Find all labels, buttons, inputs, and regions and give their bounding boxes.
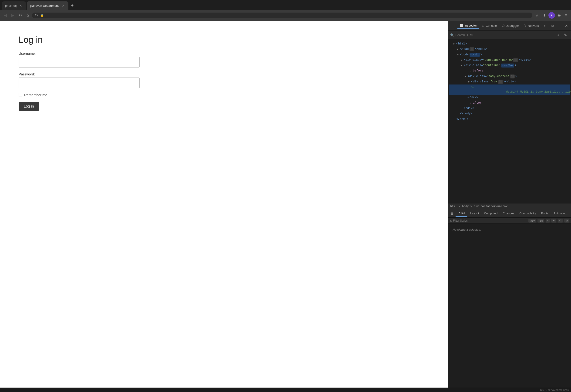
tab-animations[interactable]: Animatio… [551,210,570,217]
password-input[interactable] [19,77,140,88]
tree-head[interactable]: ▶ <head ⬛ </head> [449,46,570,52]
cls-button[interactable]: .cls [538,219,544,222]
tree-close-body[interactable]: </body> [449,111,570,116]
tree-html[interactable]: ▶ <html> [449,41,570,46]
tree-toggle[interactable]: ▼ [465,74,468,78]
tab-layout[interactable]: Layout [468,210,481,217]
tree-close-html[interactable]: </html> [449,117,570,122]
dark-theme-button[interactable]: ☾ [558,218,563,222]
address-bar-wrap: 🛡 🔒 10.10.10.43/department/login.php [32,13,532,18]
page-inner: Log in Username: Password: Remember me L… [0,21,448,388]
tab-phpinfo[interactable]: phpinfo() ✕ [2,1,26,10]
username-label: Username: [19,51,429,55]
inspector-icon: ⬜ [459,24,463,27]
remember-checkbox[interactable] [19,93,22,97]
tree-close-div2[interactable]: </div> [449,106,570,111]
network-tab[interactable]: ⇅ Network [522,23,541,29]
style-tabs: ⊞ Rules Layout Computed Changes Compatib… [448,209,571,218]
tab-compatibility[interactable]: Compatibility [517,210,538,217]
tree-div-container-narrow[interactable]: ▶ <div class="container-narrow ⬛ ></div> [449,58,570,63]
tab-fonts[interactable]: Fonts [539,210,551,217]
tab-nineveh-label: [Nineveh Department] [30,4,59,7]
back-button[interactable]: ◀ [2,12,8,18]
shield-icon: 🛡 [35,14,38,17]
devtools-toolbar: ⬚ ⬜ Inspector ⊡ Console ⬡ Debugger ⇅ Net… [448,21,571,31]
devtools-search: 🔍 + ✎ [448,31,571,39]
main-area: Log in Username: Password: Remember me L… [0,21,571,388]
add-style-button[interactable]: + [546,219,550,222]
add-node-button[interactable]: + [556,32,561,38]
reload-button[interactable]: ↻ [17,12,24,18]
username-input[interactable] [19,57,140,68]
responsive-button[interactable]: ⧉ [550,23,556,29]
filter-icon: ⧖ [450,219,452,222]
search-icon: 🔍 [450,33,454,37]
tab-changes[interactable]: Changes [500,210,516,217]
tree-toggle[interactable]: ▼ [461,64,464,68]
light-theme-button[interactable]: ☀ [551,218,556,222]
tree-before[interactable]: ::before [449,68,570,73]
debugger-icon: ⬡ [502,24,504,28]
console-icon: ⊡ [482,24,485,28]
status-text: CSDN @XavierDarkness [540,389,569,391]
network-icon: ⇅ [524,24,527,28]
download-button[interactable]: ⬇ [541,12,547,18]
tree-toggle[interactable]: ▼ [457,53,460,57]
debugger-label: Debugger [506,24,519,28]
inspector-label: Inspector [464,24,477,27]
debugger-tab[interactable]: ⬡ Debugger [500,23,521,29]
devtools-breadcrumb: html > body > div.container-narrow [448,203,571,209]
hov-button[interactable]: :hov [528,219,536,222]
tree-div-container[interactable]: ▼ <div class="container overflow > [449,63,570,68]
html-search-input[interactable] [455,33,554,37]
home-button[interactable]: ⌂ [25,12,30,18]
nav-bar: ◀ ▶ ↻ ⌂ 🛡 🔒 10.10.10.43/department/login… [0,10,571,21]
tree-toggle[interactable]: ▶ [468,80,471,84]
pick-node-button[interactable]: ✎ [562,32,569,38]
login-title: Log in [19,35,429,45]
tree-toggle[interactable]: ▶ [457,47,460,51]
tab-phpinfo-close[interactable]: ✕ [19,4,23,7]
devtools-panel: ⬚ ⬜ Inspector ⊡ Console ⬡ Debugger ⇅ Net… [448,21,571,388]
style-pane: No element selected. [448,224,571,388]
login-button[interactable]: Log in [19,102,39,111]
tree-body[interactable]: ▼ <body scroll > [449,52,570,58]
tab-nineveh[interactable]: [Nineveh Department] ✕ [27,1,68,10]
remember-wrap: Remember me [19,93,429,97]
add-tab-button[interactable]: + [69,2,76,9]
address-input[interactable]: 10.10.10.43/department/login.php [46,14,529,17]
devtools-close-button[interactable]: ✕ [563,23,570,29]
menu-button[interactable]: ≡ [563,12,569,18]
more-tools-button[interactable]: » [542,23,548,29]
tree-after[interactable]: ::after [449,100,570,106]
pick-element-button[interactable]: ⬚ [449,23,457,29]
filter-styles-input[interactable] [453,219,527,222]
tab-computed[interactable]: Computed [482,210,500,217]
tree-toggle[interactable]: ▶ [454,42,456,46]
tab-box-model[interactable]: ⊞ [449,211,455,216]
print-button[interactable]: ⊡ [564,218,569,222]
tab-nineveh-close[interactable]: ✕ [61,4,65,7]
nav-right: ☆ ⬇ P ◉ ≡ [534,12,569,19]
tab-rules[interactable]: Rules [455,210,468,217]
tree-comment-line[interactable]: <!-- @admin! MySQL is been installed.. p… [449,85,570,95]
tree-div-body-content[interactable]: ▼ <div class="body-content ⬛ > [449,74,570,79]
forward-button[interactable]: ▶ [10,12,16,18]
profile-button[interactable]: ◉ [556,12,562,18]
lock-icon: 🔒 [40,14,44,17]
breadcrumb-text: html > body > div.container-narrow [450,205,507,208]
tree-toggle[interactable]: ▶ [461,58,464,62]
tab-phpinfo-label: phpinfo() [5,4,17,7]
tree-close-div[interactable]: </div> [449,95,570,100]
bookmark-button[interactable]: ☆ [534,12,540,18]
devtools-overflow-button[interactable]: ⋯ [556,23,563,29]
profile-avatar[interactable]: P [548,12,555,19]
console-tab[interactable]: ⊡ Console [480,23,499,29]
tree-div-row[interactable]: ▶ <div class="row ⬛ ></div> [449,79,570,85]
inspector-tab[interactable]: ⬜ Inspector [457,23,479,29]
page-content: Log in Username: Password: Remember me L… [0,21,448,388]
no-element-text: No element selected. [450,226,569,234]
console-label: Console [485,24,497,28]
status-bar: CSDN @XavierDarkness [0,388,571,392]
browser-chrome: phpinfo() ✕ [Nineveh Department] ✕ + ◀ ▶… [0,0,571,392]
